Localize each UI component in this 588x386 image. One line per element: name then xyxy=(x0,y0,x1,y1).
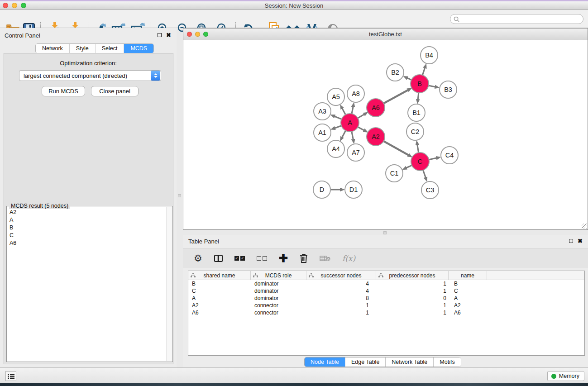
edge-A-A8[interactable] xyxy=(352,106,353,114)
cell-MCDS-role[interactable]: dominator xyxy=(251,288,306,294)
task-history-button[interactable] xyxy=(5,371,16,381)
column-header-predecessor-nodes[interactable]: predecessor nodes xyxy=(376,271,449,280)
cell-name[interactable]: A6 xyxy=(449,310,487,316)
close-window-button[interactable] xyxy=(3,3,8,8)
node-A[interactable]: A xyxy=(341,114,359,132)
cell-MCDS-role[interactable]: dominator xyxy=(251,295,306,301)
minimize-window-button[interactable] xyxy=(195,32,200,37)
minimize-window-button[interactable] xyxy=(12,3,17,8)
mcds-result-item[interactable]: A6 xyxy=(7,239,166,247)
cell-shared-name[interactable]: C xyxy=(188,288,251,294)
cell-successor-nodes[interactable]: 4 xyxy=(306,288,376,294)
cell-shared-name[interactable]: A xyxy=(188,295,251,301)
column-header-shared-name[interactable]: shared name xyxy=(188,271,251,280)
edge-B-B2[interactable] xyxy=(407,78,411,80)
cell-MCDS-role[interactable]: connector xyxy=(251,310,306,316)
cell-predecessor-nodes[interactable]: 1 xyxy=(376,310,449,316)
edge-A2-C[interactable] xyxy=(383,141,408,155)
toolbar-search[interactable] xyxy=(450,14,583,24)
mcds-result-item[interactable]: A xyxy=(7,216,166,224)
tab-network-table[interactable]: Network Table xyxy=(386,357,434,367)
tab-network[interactable]: Network xyxy=(36,44,70,53)
edge-A-A7[interactable] xyxy=(352,132,354,140)
edge-A-A1[interactable] xyxy=(335,126,341,128)
edge-A-A2[interactable] xyxy=(358,127,364,131)
cell-shared-name[interactable]: A2 xyxy=(188,302,251,309)
cell-predecessor-nodes[interactable]: 0 xyxy=(376,295,449,301)
zoom-window-button[interactable] xyxy=(21,3,26,8)
deselect-all-icon[interactable] xyxy=(257,256,267,261)
edge-C-C3[interactable] xyxy=(423,170,426,178)
table-row[interactable]: Cdominator41C xyxy=(188,287,584,295)
cell-successor-nodes[interactable]: 4 xyxy=(306,281,376,287)
node-A5[interactable]: A5 xyxy=(327,88,344,105)
node-D1[interactable]: D1 xyxy=(345,181,362,198)
close-panel-icon[interactable]: ✖ xyxy=(578,238,583,244)
cell-predecessor-nodes[interactable]: 1 xyxy=(376,288,449,294)
network-window-titlebar[interactable]: testGlobe.txt xyxy=(183,29,588,40)
table-row[interactable]: A2connector11A2 xyxy=(188,302,584,309)
tab-motifs[interactable]: Motifs xyxy=(434,357,460,367)
tab-edge-table[interactable]: Edge Table xyxy=(345,357,386,367)
edge-C-C2[interactable] xyxy=(417,145,419,153)
node-A7[interactable]: A7 xyxy=(347,144,364,161)
cell-successor-nodes[interactable]: 1 xyxy=(306,302,376,309)
mcds-result-item[interactable]: A2 xyxy=(7,208,166,216)
node-B4[interactable]: B4 xyxy=(421,47,438,64)
delete-row-icon[interactable] xyxy=(300,253,308,263)
node-C3[interactable]: C3 xyxy=(421,181,439,199)
node-C2[interactable]: C2 xyxy=(406,123,424,140)
float-panel-icon[interactable] xyxy=(569,239,573,243)
delete-table-icon[interactable] xyxy=(320,255,330,262)
close-window-button[interactable] xyxy=(187,32,192,37)
node-C4[interactable]: C4 xyxy=(441,147,458,164)
node-A3[interactable]: A3 xyxy=(314,103,331,120)
splitter-grip[interactable] xyxy=(178,194,181,197)
horizontal-splitter[interactable] xyxy=(183,230,588,235)
column-header-successor-nodes[interactable]: successor nodes xyxy=(306,271,376,280)
show-column-icon[interactable] xyxy=(214,255,223,262)
close-panel-icon[interactable]: ✖ xyxy=(166,32,171,38)
cell-successor-nodes[interactable]: 8 xyxy=(306,295,376,301)
node-B3[interactable]: B3 xyxy=(440,81,457,98)
memory-button[interactable]: Memory xyxy=(547,371,584,381)
mcds-result-item[interactable]: B xyxy=(7,224,166,231)
edge-A-A3[interactable] xyxy=(335,116,342,119)
node-A2[interactable]: A2 xyxy=(367,128,385,146)
cell-name[interactable]: A2 xyxy=(449,302,487,309)
edge-C-C4[interactable] xyxy=(429,158,437,160)
cell-name[interactable]: C xyxy=(449,288,487,294)
cell-MCDS-role[interactable]: connector xyxy=(251,302,306,309)
edge-B-B1[interactable] xyxy=(418,93,419,100)
node-B[interactable]: B xyxy=(411,75,429,93)
float-panel-icon[interactable] xyxy=(158,33,162,37)
tab-node-table[interactable]: Node Table xyxy=(305,357,345,367)
cell-predecessor-nodes[interactable]: 1 xyxy=(376,302,449,309)
cell-predecessor-nodes[interactable]: 1 xyxy=(376,281,449,287)
edge-A-A4[interactable] xyxy=(342,131,346,138)
column-header-name[interactable]: name xyxy=(449,271,487,280)
mcds-result-item[interactable]: C xyxy=(7,231,166,239)
edge-A-A6[interactable] xyxy=(358,114,364,119)
node-A6[interactable]: A6 xyxy=(367,99,385,117)
edge-B-B3[interactable] xyxy=(429,86,435,87)
search-input[interactable] xyxy=(459,16,583,22)
tab-select[interactable]: Select xyxy=(96,44,124,53)
node-A4[interactable]: A4 xyxy=(327,140,344,157)
zoom-window-button[interactable] xyxy=(203,32,208,37)
cell-name[interactable]: B xyxy=(449,281,487,287)
node-B2[interactable]: B2 xyxy=(387,64,404,81)
node-C[interactable]: C xyxy=(411,152,429,171)
table-row[interactable]: A6connector11A6 xyxy=(188,309,584,316)
tab-mcds[interactable]: MCDS xyxy=(124,44,153,53)
tab-style[interactable]: Style xyxy=(70,44,96,53)
cell-shared-name[interactable]: B xyxy=(188,281,251,287)
node-D[interactable]: D xyxy=(313,181,330,198)
node-C1[interactable]: C1 xyxy=(386,165,403,182)
run-mcds-button[interactable]: Run MCDS xyxy=(42,86,85,96)
node-A1[interactable]: A1 xyxy=(314,124,331,141)
add-row-icon[interactable]: ✚ xyxy=(279,253,288,263)
table-row[interactable]: Bdominator41B xyxy=(188,280,584,287)
node-B1[interactable]: B1 xyxy=(408,104,425,121)
edge-A6-B[interactable] xyxy=(384,90,408,104)
